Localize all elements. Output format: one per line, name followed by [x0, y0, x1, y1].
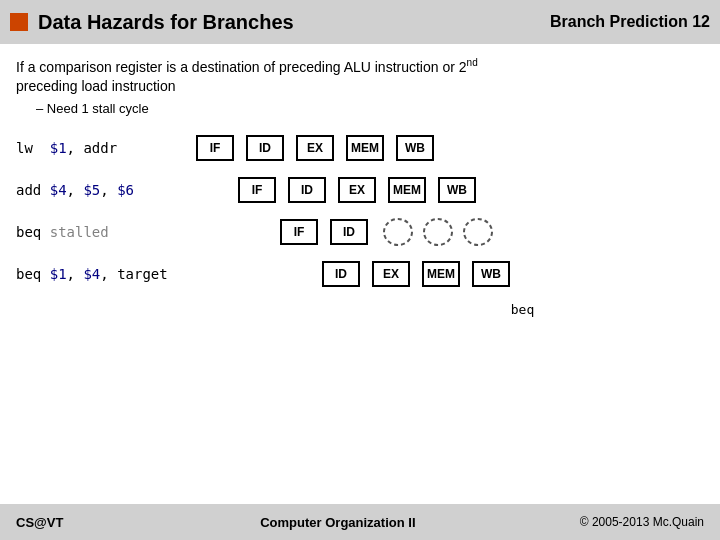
add-id-box: ID: [288, 177, 326, 203]
page-container: Data Hazards for Branches Branch Predict…: [0, 0, 720, 540]
beq-offset1: [196, 261, 234, 287]
svg-point-0: [384, 219, 412, 245]
pipeline-row-beq-stalled: beq stalled IF ID: [16, 216, 704, 248]
footer-bar: CS@VT Computer Organization II © 2005-20…: [0, 504, 720, 540]
accent-block: [10, 13, 28, 31]
desc-line1: If a comparison register is a destinatio…: [16, 59, 478, 75]
page-title: Data Hazards for Branches: [38, 11, 550, 34]
beq-sublabel-spacer: [366, 300, 511, 317]
beq-label: beq $1, $4, target: [16, 266, 196, 282]
gap10: [372, 219, 380, 245]
bullet-point: – Need 1 stall cycle: [36, 101, 704, 116]
branch-prediction-label: Branch Prediction 12: [550, 13, 710, 31]
beq-offset3: [280, 261, 318, 287]
beq-id-box: ID: [322, 261, 360, 287]
beq-stalled-label: beq stalled: [16, 224, 196, 240]
stalled-if-box: IF: [280, 219, 318, 245]
beq-wb-box: WB: [472, 261, 510, 287]
beq-sublabel-container: beq: [196, 300, 704, 317]
beq-mem-box: MEM: [422, 261, 460, 287]
svg-point-2: [464, 219, 492, 245]
svg-point-1: [424, 219, 452, 245]
gap7: [380, 177, 388, 203]
beq-offset2: [238, 261, 276, 287]
stalled-offset1: [196, 219, 234, 245]
lw-id-box: ID: [246, 135, 284, 161]
stalled-id-box: ID: [330, 219, 368, 245]
gap9: [322, 219, 330, 245]
header-bar: Data Hazards for Branches Branch Predict…: [0, 0, 720, 44]
bubble1: [380, 214, 416, 250]
gap6: [330, 177, 338, 203]
desc-line2: preceding load instruction: [16, 78, 176, 94]
pipeline-row-lw: lw $1, addr IF ID EX MEM WB: [16, 132, 704, 164]
add-ex-box: EX: [338, 177, 376, 203]
lw-wb-box: WB: [396, 135, 434, 161]
add-mem-box: MEM: [388, 177, 426, 203]
bubble2: [420, 214, 456, 250]
gap1: [238, 135, 246, 161]
add-if-box: IF: [238, 177, 276, 203]
beq-sublabel: beq: [511, 302, 534, 317]
description-text: If a comparison register is a destinatio…: [16, 56, 704, 97]
lw-label: lw $1, addr: [16, 140, 196, 156]
pipeline-diagram: lw $1, addr IF ID EX MEM WB add $4, $5, …: [16, 132, 704, 317]
footer-left-text: CS@VT: [16, 515, 96, 530]
lw-mem-box: MEM: [346, 135, 384, 161]
lw-ex-box: EX: [296, 135, 334, 161]
add-offset1: [196, 177, 234, 203]
footer-right-text: © 2005-2013 Mc.Quain: [580, 515, 704, 529]
gap13: [464, 261, 472, 287]
gap5: [280, 177, 288, 203]
gap8: [430, 177, 438, 203]
gap12: [414, 261, 422, 287]
pipeline-row-beq: beq $1, $4, target ID EX MEM WB: [16, 258, 704, 290]
add-wb-box: WB: [438, 177, 476, 203]
add-label: add $4, $5, $6: [16, 182, 196, 198]
stalled-offset2: [238, 219, 276, 245]
lw-if-box: IF: [196, 135, 234, 161]
main-content: If a comparison register is a destinatio…: [0, 44, 720, 339]
bubble3: [460, 214, 496, 250]
gap2: [288, 135, 296, 161]
gap11: [364, 261, 372, 287]
gap4: [388, 135, 396, 161]
pipeline-row-add: add $4, $5, $6 IF ID EX MEM WB: [16, 174, 704, 206]
footer-center-text: Computer Organization II: [96, 515, 580, 530]
beq-ex-box: EX: [372, 261, 410, 287]
gap3: [338, 135, 346, 161]
